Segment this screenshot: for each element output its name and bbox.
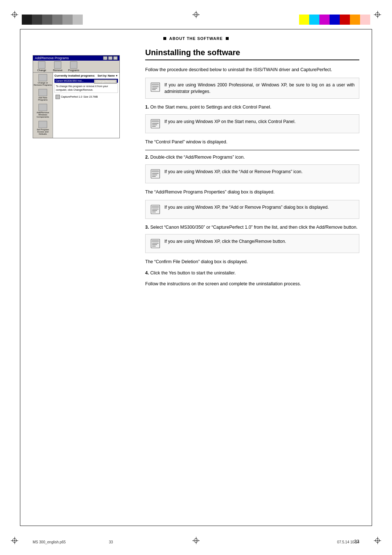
svg-rect-21 xyxy=(152,240,159,242)
step-4: 4. Click the Yes button to start the uni… xyxy=(145,270,359,277)
step-3-number: 3. xyxy=(145,225,149,230)
program-icon-capture xyxy=(56,95,60,99)
reg-mark-bottom-center xyxy=(192,537,200,544)
maximize-btn: □ xyxy=(108,56,113,60)
confirm-text: The “Confirm File Deletion” dialog box i… xyxy=(145,258,359,265)
minimize-btn: _ xyxy=(103,56,107,60)
intro-text: Follow the procedure described below to … xyxy=(145,66,359,73)
control-panel-text: The “Control Panel” window is displayed. xyxy=(145,138,359,146)
black-swatch-5 xyxy=(62,15,73,25)
sidebar-icon-set xyxy=(38,121,47,128)
blue-swatch xyxy=(330,15,340,25)
reg-mark-bottom-right xyxy=(374,537,381,544)
screenshot-window: Add/Remove Programs _ □ × Change Remove xyxy=(33,55,120,138)
toolbar-label-remove: Remove xyxy=(53,69,62,72)
screenshot-titlebar: Add/Remove Programs _ □ × xyxy=(33,56,119,61)
toolbar-label-programs: Programs xyxy=(68,69,79,72)
pink-swatch xyxy=(360,15,370,25)
follow-text: Follow the instructions on the screen an… xyxy=(145,280,359,287)
black-swatch-6 xyxy=(73,15,83,25)
page-border-right xyxy=(372,29,372,526)
cyan-swatch xyxy=(309,15,319,25)
reg-mark-top-left xyxy=(11,11,18,18)
black-swatch-1 xyxy=(22,15,32,25)
red-swatch xyxy=(340,15,350,25)
page-border-top xyxy=(20,29,372,29)
toolbar-change: Change xyxy=(34,61,49,72)
step-1-text: On the Start menu, point to Settings and… xyxy=(150,105,271,110)
section-title: ABOUT THE SOFTWARE xyxy=(169,36,223,41)
step-2: 2. Double-click the “Add/Remove Programs… xyxy=(145,154,359,161)
black-swatch-3 xyxy=(42,15,52,25)
header-square-right xyxy=(226,37,229,40)
toolbar-icon-programs xyxy=(70,61,77,69)
left-column: Add/Remove Programs _ □ × Change Remove xyxy=(33,48,134,292)
note-box-1: If you are using Windows 2000 Profession… xyxy=(145,78,359,99)
svg-rect-23 xyxy=(152,244,157,245)
step-4-number: 4. xyxy=(145,270,149,276)
note-text-3: If you are using Windows XP, click the “… xyxy=(164,168,303,175)
screenshot-content-area: Currently installed programs: Sort by: N… xyxy=(53,73,119,138)
note-text-4: If you are using Windows XP, the “Add or… xyxy=(164,204,329,211)
add-remove-text: The “Add/Remove Programs Properties” dia… xyxy=(145,188,359,196)
step-1: 1. On the Start menu, point to Settings … xyxy=(145,104,359,111)
svg-rect-17 xyxy=(152,209,159,209)
svg-rect-2 xyxy=(152,86,159,87)
content-header: Currently installed programs: Sort by: N… xyxy=(54,74,118,77)
program-name-canon: Canon MS300/350 Inst... xyxy=(56,79,83,82)
step-4-text: Click the Yes button to start the uninst… xyxy=(150,270,236,276)
reg-mark-top-right xyxy=(374,11,381,18)
note-box-5: If you are using Windows XP, click the C… xyxy=(145,234,359,253)
page-border-bottom xyxy=(20,526,372,526)
toolbar-icon-remove xyxy=(54,61,61,69)
svg-rect-4 xyxy=(152,89,156,90)
sidebar-icon-change xyxy=(38,74,47,81)
color-bar xyxy=(299,15,370,25)
right-column: Uninstalling the software Follow the pro… xyxy=(145,48,359,292)
step-3: 3. Select “Canon MS300/350” or “CaptureP… xyxy=(145,224,359,231)
program-details: To change this program or remove it from… xyxy=(54,83,118,93)
magenta-swatch xyxy=(319,15,330,25)
note-icon-5 xyxy=(150,238,161,249)
black-swatch-4 xyxy=(52,15,62,25)
note-icon-1 xyxy=(150,82,161,93)
svg-rect-18 xyxy=(152,210,157,211)
program-details-text: To change this program or remove it from… xyxy=(56,85,108,91)
svg-rect-7 xyxy=(152,123,159,124)
footer-page-center: 33 xyxy=(109,540,113,544)
black-color-bar xyxy=(22,15,83,25)
note-icon-3 xyxy=(150,168,161,179)
currently-installed-label: Currently installed programs: xyxy=(54,74,95,77)
close-btn: × xyxy=(113,56,118,60)
sidebar-icon-add xyxy=(38,89,47,96)
svg-rect-14 xyxy=(152,176,156,177)
footer-date: 07.5.14 10.14 xyxy=(337,540,359,544)
note-text-1: If you are using Windows 2000 Profession… xyxy=(164,82,355,95)
reg-mark-top-center xyxy=(192,11,200,18)
svg-rect-19 xyxy=(152,212,156,212)
program-item-canon: Canon MS300/350 Inst... Change/Remove xyxy=(54,79,118,83)
yellow-swatch xyxy=(299,15,309,25)
footer-filename: MS 300_english.p65 xyxy=(33,540,66,544)
screenshot-title: Add/Remove Programs xyxy=(35,56,69,60)
change-remove-button: Change/Remove xyxy=(94,79,117,83)
svg-rect-9 xyxy=(152,126,156,127)
note-icon-2 xyxy=(150,118,161,129)
note-text-2: If you are using Windows XP on the Start… xyxy=(164,118,295,125)
svg-rect-1 xyxy=(152,84,159,85)
step-1-number: 1. xyxy=(145,105,149,110)
sidebar-windows-components: Add/Remove Windows Components xyxy=(34,104,52,118)
svg-rect-16 xyxy=(152,206,159,208)
svg-rect-22 xyxy=(152,243,159,244)
note-box-2: If you are using Windows XP on the Start… xyxy=(145,114,359,133)
sidebar-add-new: Add New Programs xyxy=(34,89,52,101)
screenshot-main-area: Change or Remove Programs Add New Progra… xyxy=(33,73,119,138)
svg-rect-24 xyxy=(152,246,156,246)
divider-1 xyxy=(145,150,359,150)
svg-rect-6 xyxy=(152,121,159,122)
step-2-number: 2. xyxy=(145,155,149,160)
page-content: ABOUT THE SOFTWARE Add/Remove Programs _… xyxy=(33,36,359,519)
program-item-captureperfect: CapturePerfect 1.0 Size 15.7MB xyxy=(54,94,118,100)
note-box-3: If you are using Windows XP, click the “… xyxy=(145,164,359,183)
section-header: ABOUT THE SOFTWARE xyxy=(33,36,359,41)
